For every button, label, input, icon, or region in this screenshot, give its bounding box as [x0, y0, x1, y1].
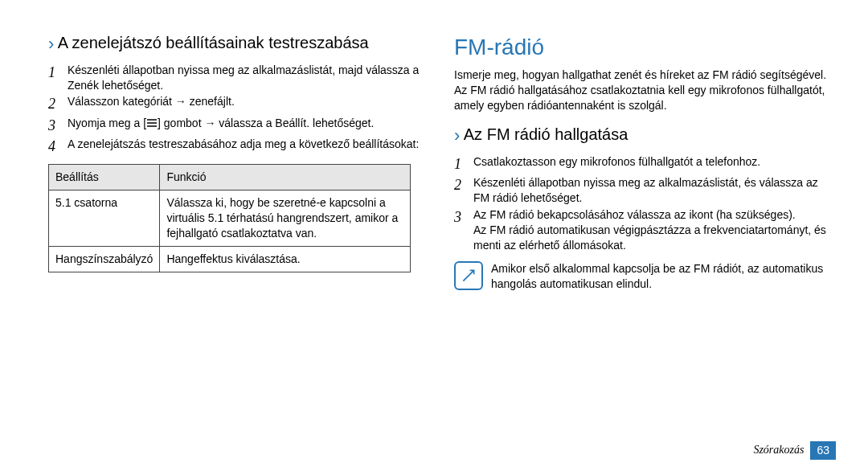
step-text: Készenléti állapotban nyissa meg az alka…	[473, 175, 836, 206]
step-number: 1	[48, 63, 68, 93]
step-row: 4A zenelejátszás testreszabásához adja m…	[48, 137, 430, 156]
step-number: 2	[48, 94, 68, 113]
table-header-cell: Beállítás	[49, 165, 160, 190]
right-subheading: › Az FM rádió hallgatása	[454, 124, 836, 148]
page-footer: Szórakozás 63	[753, 441, 836, 460]
chevron-right-icon: ›	[454, 125, 460, 145]
step-number: 1	[454, 154, 473, 174]
step-number: 3	[454, 207, 473, 253]
table-header-cell: Funkció	[160, 165, 411, 190]
step-number: 3	[48, 116, 68, 135]
table-cell: Válassza ki, hogy be szeretné-e kapcsoln…	[160, 190, 411, 247]
step-text: Nyomja meg a [] gombot → válassza a Beál…	[68, 116, 430, 135]
step-text: Az FM rádió bekapcsolásához válassza az …	[473, 207, 836, 253]
table-row: Hangszínszabályzó Hangeffektus kiválaszt…	[49, 246, 411, 272]
table-row: 5.1 csatorna Válassza ki, hogy be szeret…	[49, 190, 411, 247]
step-number: 2	[454, 175, 473, 206]
fm-radio-title: FM-rádió	[454, 32, 836, 63]
step-row: 2Készenléti állapotban nyissa meg az alk…	[454, 175, 836, 206]
note-box: Amikor első alkalommal kapcsolja be az F…	[454, 261, 836, 292]
step-row: 2Válasszon kategóriát → zenefájlt.	[48, 94, 430, 113]
step-text: Válasszon kategóriát → zenefájlt.	[68, 94, 430, 113]
step-row: 3 Nyomja meg a [] gombot → válassza a Be…	[48, 116, 430, 135]
right-subheading-text: Az FM rádió hallgatása	[464, 126, 628, 144]
settings-table: Beállítás Funkció 5.1 csatorna Válassza …	[48, 164, 411, 272]
step-row: 3Az FM rádió bekapcsolásához válassza az…	[454, 207, 836, 253]
left-heading: › A zenelejátszó beállításainak testresz…	[48, 32, 430, 56]
step-number: 4	[48, 137, 68, 156]
step-text: Készenléti állapotban nyissa meg az alka…	[68, 63, 430, 93]
fm-radio-intro: Ismerje meg, hogyan hallgathat zenét és …	[454, 68, 836, 113]
step-row: 1Készenléti állapotban nyissa meg az alk…	[48, 63, 430, 93]
table-cell: 5.1 csatorna	[49, 190, 160, 247]
note-icon	[454, 261, 483, 290]
footer-section: Szórakozás	[753, 443, 804, 458]
step-row: 1Csatlakoztasson egy mikrofonos fülhallg…	[454, 154, 836, 174]
note-text: Amikor első alkalommal kapcsolja be az F…	[491, 261, 836, 292]
menu-icon	[146, 117, 158, 132]
table-cell: Hangszínszabályzó	[49, 246, 160, 272]
left-heading-text: A zenelejátszó beállításainak testreszab…	[58, 34, 369, 51]
chevron-right-icon: ›	[48, 34, 54, 54]
table-header-row: Beállítás Funkció	[49, 165, 411, 190]
step-text: A zenelejátszás testreszabásához adja me…	[68, 137, 430, 156]
table-cell: Hangeffektus kiválasztása.	[160, 246, 411, 272]
step-text: Csatlakoztasson egy mikrofonos fülhallga…	[473, 154, 836, 174]
page-number: 63	[810, 441, 836, 460]
